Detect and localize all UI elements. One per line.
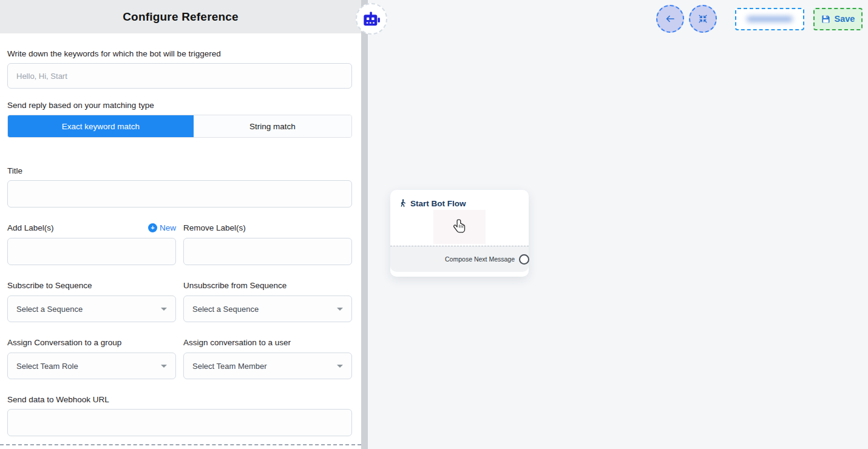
new-label-text: New (160, 223, 176, 232)
webhook-label: Send data to Webhook URL (7, 395, 352, 404)
remove-labels-input[interactable] (183, 238, 352, 265)
matching-type-label: Send reply based on your matching type (7, 101, 352, 110)
save-button[interactable]: Save (813, 8, 863, 30)
keywords-input[interactable] (7, 63, 352, 89)
page-title: Configure Reference (123, 10, 239, 24)
plus-circle-icon: + (148, 223, 157, 232)
walking-person-icon (399, 199, 407, 208)
floppy-disk-icon (821, 15, 830, 24)
arrow-left-icon (664, 13, 676, 25)
bot-toggle-button[interactable] (356, 3, 387, 35)
remove-labels-label: Remove Label(s) (183, 223, 246, 232)
start-bot-flow-node[interactable]: Start Bot Flow Compose Next Message (390, 190, 529, 277)
add-labels-label: Add Label(s) (7, 223, 54, 232)
node-footer: Compose Next Message (390, 246, 529, 272)
assign-user-select[interactable]: Select Team Member (183, 353, 352, 379)
chevron-down-icon (161, 308, 167, 311)
compress-arrows-icon (697, 13, 708, 24)
exact-keyword-match-option[interactable]: Exact keyword match (8, 115, 194, 137)
keywords-label: Write down the keywords for which the bo… (7, 49, 352, 58)
assign-group-label: Assign Conversation to a group (7, 338, 176, 347)
robot-icon (362, 11, 381, 27)
unsubscribe-sequence-label: Unsubscribe from Sequence (183, 281, 352, 290)
back-button[interactable] (656, 5, 684, 33)
title-label: Title (7, 166, 352, 175)
assign-group-select[interactable]: Select Team Role (7, 353, 176, 379)
new-label-button[interactable]: + New (148, 223, 176, 232)
node-body (390, 208, 529, 246)
compose-next-message-label: Compose Next Message (445, 255, 515, 263)
node-header: Start Bot Flow (390, 190, 529, 208)
blurred-text (747, 16, 793, 22)
string-match-option[interactable]: String match (194, 115, 351, 137)
panel-scrollbar[interactable] (361, 0, 368, 449)
configure-reference-panel: Configure Reference Write down the keywo… (0, 0, 361, 445)
unsubscribe-sequence-select[interactable]: Select a Sequence (183, 295, 352, 322)
chevron-down-icon (337, 365, 343, 368)
hand-pointer-cursor (452, 218, 467, 236)
add-labels-input[interactable] (7, 238, 176, 265)
chevron-down-icon (337, 308, 343, 311)
panel-header: Configure Reference (0, 0, 361, 33)
assign-user-label: Assign conversation to a user (183, 338, 352, 347)
subscribe-sequence-label: Subscribe to Sequence (7, 281, 176, 290)
cursor-highlight (433, 210, 486, 244)
matching-type-toggle: Exact keyword match String match (7, 115, 352, 138)
chevron-down-icon (161, 365, 167, 368)
fit-view-button[interactable] (689, 5, 717, 33)
title-input[interactable] (7, 180, 352, 208)
webhook-input[interactable] (7, 409, 352, 436)
canvas-toolbar: Save (656, 5, 863, 33)
subscribe-sequence-select[interactable]: Select a Sequence (7, 295, 176, 322)
save-button-label: Save (835, 14, 855, 24)
redacted-action-button[interactable] (735, 8, 804, 30)
connection-handle[interactable] (519, 254, 529, 265)
node-title: Start Bot Flow (410, 199, 466, 208)
